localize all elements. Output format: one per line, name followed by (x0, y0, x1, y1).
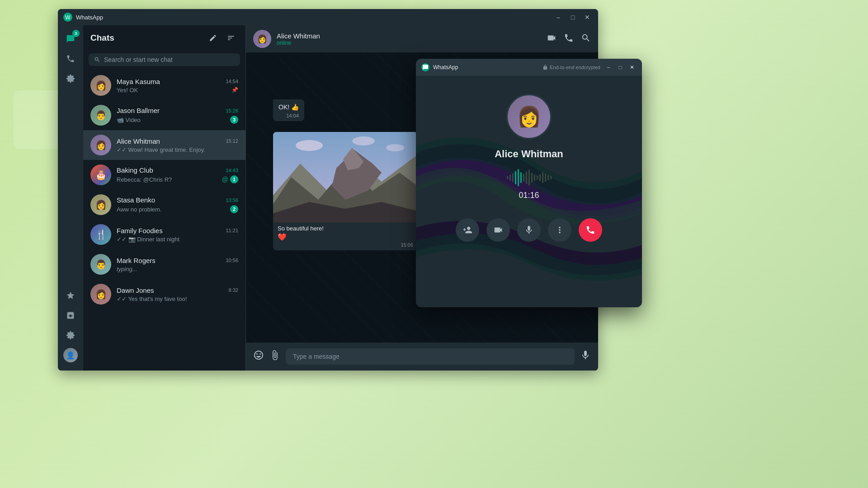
window-controls: – □ ✕ (553, 12, 593, 23)
titlebar: W WhatsApp – □ ✕ (58, 9, 598, 25)
call-titlebar-logo (421, 63, 429, 71)
call-body: 👩 Alice Whitman (416, 76, 642, 307)
unread-badge-jason: 3 (230, 116, 238, 124)
search-chat-button[interactable] (581, 33, 591, 45)
chat-name-jason: Jason Ballmer (117, 107, 160, 114)
chat-item-baking[interactable]: 🎂 Baking Club 14:43 Rebecca: @Chris R? @ (83, 160, 245, 190)
new-chat-button[interactable] (206, 31, 220, 45)
chat-time-dawn: 8:32 (229, 287, 238, 293)
chat-preview-family: ✓✓ 📷 Dinner last night (117, 236, 179, 243)
chat-item-family[interactable]: 🍴 Family Foodies 11:21 ✓✓ 📷 Dinner last … (83, 220, 245, 249)
chat-info-stasa: Stasa Benko 13:56 Aww no problem. 2 (117, 196, 238, 213)
call-waveform (507, 169, 552, 186)
chat-time-baking: 14:43 (226, 168, 238, 173)
sidebar-item-starred[interactable] (62, 287, 79, 304)
avatar-mark: 👨 (90, 254, 111, 275)
add-participant-button[interactable] (456, 218, 479, 242)
call-avatar: 👩 (506, 94, 552, 139)
chat-name-stasa: Stasa Benko (117, 196, 155, 204)
chat-list: Chats (83, 25, 246, 371)
chat-items: 👩 Maya Kasuma 14:54 Yes! OK 📌 (83, 70, 245, 371)
chat-name-alice: Alice Whitman (117, 137, 160, 145)
chat-item-jason[interactable]: 👨 Jason Ballmer 15:26 📹 Video 3 (83, 100, 245, 130)
chat-info-mark: Mark Rogers 10:56 typing... (117, 257, 238, 272)
pin-icon-maya: 📌 (231, 87, 238, 93)
chat-preview-maya: Yes! OK (117, 87, 138, 94)
sidebar-item-chats[interactable]: 3 (62, 31, 79, 47)
chat-name-baking: Baking Club (117, 166, 153, 174)
mute-button[interactable] (517, 218, 541, 242)
chat-preview-baking: Rebecca: @Chris R? (117, 176, 172, 183)
search-box (89, 53, 240, 66)
video-toggle-button[interactable] (486, 218, 510, 242)
chat-name-family: Family Foodies (117, 227, 163, 235)
sidebar-item-archive[interactable] (62, 307, 79, 324)
chat-preview-alice: ✓✓ Wow! Have great time. Enjoy. (117, 146, 205, 153)
chat-info-maya: Maya Kasuma 14:54 Yes! OK 📌 (117, 78, 238, 94)
chats-badge: 3 (72, 30, 80, 37)
call-close-button[interactable]: ✕ (627, 63, 637, 72)
chat-time-family: 11:21 (226, 228, 238, 233)
chat-header: 👩 Alice Whitman online (246, 25, 598, 52)
chat-preview-jason: 📹 Video (117, 117, 141, 123)
svg-rect-13 (273, 132, 418, 222)
video-call-button[interactable] (547, 33, 557, 45)
message-time-img: 15:06 (401, 242, 413, 248)
call-controls (456, 218, 602, 242)
avatar-alice: 👩 (90, 135, 111, 155)
chat-preview-stasa: Aww no problem. (117, 206, 161, 213)
chat-name-mark: Mark Rogers (117, 257, 156, 264)
chatlist-actions (206, 31, 238, 45)
call-titlebar: WhatsApp End-to-end endcrypted – □ ✕ (416, 59, 642, 76)
chat-info-dawn: Dawn Jones 8:32 ✓✓ Yes that's my fave to… (117, 286, 238, 302)
avatar-maya: 👩 (90, 75, 111, 96)
message-input-bar (246, 343, 598, 371)
chat-item-maya[interactable]: 👩 Maya Kasuma 14:54 Yes! OK 📌 (83, 70, 245, 100)
call-minimize-button[interactable]: – (604, 63, 613, 72)
sidebar-item-settings-main[interactable] (62, 327, 79, 343)
search-icon (94, 56, 100, 63)
call-overlay: WhatsApp End-to-end endcrypted – □ ✕ (416, 59, 642, 307)
chat-header-name: Alice Whitman (277, 32, 541, 40)
chat-info-baking: Baking Club 14:43 Rebecca: @Chris R? @ 1 (117, 166, 238, 183)
mention-badge-baking: @ (222, 176, 228, 183)
filter-button[interactable] (224, 31, 238, 45)
search-input[interactable] (104, 56, 235, 63)
unread-badge-baking: 1 (230, 175, 238, 183)
chat-preview-mark: typing... (117, 266, 137, 272)
more-options-button[interactable] (548, 218, 571, 242)
voice-message-button[interactable] (580, 350, 591, 363)
sidebar-icons: 3 (58, 25, 83, 371)
unread-badge-stasa: 2 (230, 205, 238, 213)
app-logo: W (63, 13, 72, 22)
chat-name-maya: Maya Kasuma (117, 78, 160, 85)
chat-item-stasa[interactable]: 👩 Stasa Benko 13:56 Aww no problem. 2 (83, 190, 245, 220)
attach-button[interactable] (269, 350, 280, 363)
message-input[interactable] (286, 348, 575, 365)
maximize-button[interactable]: □ (567, 12, 578, 23)
chat-item-alice[interactable]: 👩 Alice Whitman 15:12 ✓✓ Wow! Have great… (83, 130, 245, 160)
chat-item-dawn[interactable]: 👩 Dawn Jones 8:32 ✓✓ Yes that's my fave … (83, 279, 245, 309)
chat-header-actions (547, 33, 591, 45)
end-call-button[interactable] (579, 218, 602, 242)
chat-header-avatar[interactable]: 👩 (253, 30, 271, 48)
call-avatar-wrap: 👩 (506, 94, 552, 139)
chat-info-family: Family Foodies 11:21 ✓✓ 📷 Dinner last ni… (117, 227, 238, 243)
close-button[interactable]: ✕ (582, 12, 593, 23)
chat-time-stasa: 13:56 (226, 197, 238, 203)
sidebar-item-calls[interactable] (62, 51, 79, 67)
message-image-wrap: So beautiful here! ❤️ 15:06 (273, 132, 418, 250)
avatar-stasa: 👩 (90, 194, 111, 215)
avatar-family: 🍴 (90, 224, 111, 245)
message-image (273, 132, 418, 222)
sidebar-item-settings[interactable] (62, 70, 79, 87)
voice-call-button[interactable] (564, 33, 574, 45)
user-avatar-sidebar[interactable]: 👤 (62, 347, 79, 363)
chat-item-mark[interactable]: 👨 Mark Rogers 10:56 typing... (83, 249, 245, 279)
minimize-button[interactable]: – (553, 12, 564, 23)
call-maximize-button[interactable]: □ (616, 63, 625, 72)
emoji-button[interactable] (253, 350, 264, 363)
message-ok: OK! 👍 14:04 (273, 99, 304, 121)
call-window-controls: – □ ✕ (604, 63, 637, 72)
image-caption-area: So beautiful here! ❤️ 15:06 (273, 222, 418, 250)
